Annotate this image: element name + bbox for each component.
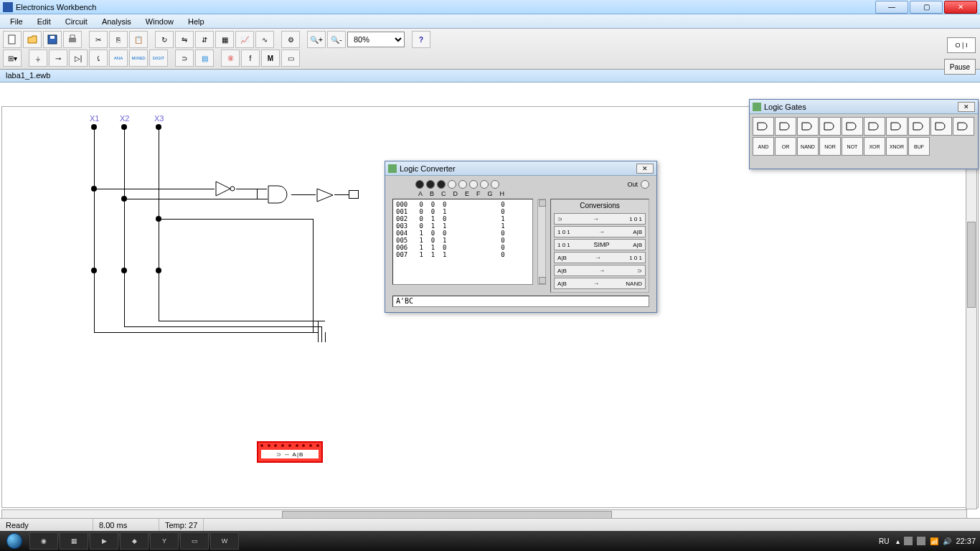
gate-symbol-buf[interactable] [908,117,930,136]
copy-button[interactable]: ⎘ [109,31,128,48]
save-button[interactable] [43,31,62,48]
taskbar-item-5[interactable]: Y [150,532,179,550]
conv-expr-to-circuit[interactable]: A|B→⊃ [554,265,646,276]
logic-gates-titlebar[interactable]: Logic Gates ✕ [750,100,978,114]
gate-symbol-not[interactable] [842,117,863,136]
gate-label-xor[interactable]: XOR [864,137,885,156]
conv-expr-to-nand[interactable]: A|B→NAND [554,278,646,289]
oscilloscope-button[interactable]: ▭ [281,50,300,67]
cut-button[interactable]: ✂ [89,31,108,48]
taskbar-item-6[interactable]: ▭ [180,532,209,550]
subcircuit-button[interactable]: ▦ [215,31,234,48]
expression-field[interactable]: A'BC [392,296,649,307]
gate-label-or[interactable]: OR [775,137,796,156]
conv-table-to-simp-expr[interactable]: 1 0 1SIMPA|B [554,239,646,250]
gate-label-not[interactable]: NOT [842,137,863,156]
svg-rect-3 [69,38,76,42]
logic-converter-component[interactable]: ⊃ ↔ A|B [257,441,323,463]
tray-flag-icon[interactable] [904,537,913,545]
graph-button[interactable]: 📈 [235,31,254,48]
terminal-g[interactable] [480,180,489,189]
gate-symbol-or[interactable] [775,117,796,136]
gate-symbol-xnor[interactable] [886,117,908,136]
terminal-f[interactable] [469,180,478,189]
print-button[interactable] [63,31,82,48]
gate-label-and[interactable]: AND [753,137,774,156]
gate-symbol-tri[interactable] [930,117,952,136]
ground-button[interactable]: ⏚ [29,50,47,67]
tray-volume-icon[interactable]: 🔊 [943,537,951,545]
menu-file[interactable]: File [3,16,30,27]
diode-button[interactable]: ▷| [69,50,88,67]
tray-chevron-icon[interactable]: ▴ [896,537,900,545]
terminal-h[interactable] [491,180,499,189]
close-button[interactable]: ✕ [944,1,977,14]
transistor-button[interactable]: ⤹ [89,50,108,67]
gate-symbol-nand[interactable] [797,117,819,136]
terminal-a[interactable] [415,180,424,189]
open-file-button[interactable] [23,31,42,48]
gate-symbol-xor[interactable] [864,117,885,136]
menu-edit[interactable]: Edit [30,16,58,27]
terminal-d[interactable] [448,180,456,189]
conv-table-to-expr[interactable]: 1 0 1→A|B [554,226,646,237]
tray-network-icon[interactable]: 📶 [930,537,938,545]
start-button[interactable] [0,531,29,551]
taskbar-item-7[interactable]: W [210,532,239,550]
sources-palette-button[interactable]: ⊞▾ [3,50,22,67]
pause-button[interactable]: Pause [944,59,976,75]
zoom-in-button[interactable]: 🔍+ [307,31,326,48]
terminal-b[interactable] [426,180,435,189]
minimize-button[interactable]: — [875,1,908,14]
flip-h-button[interactable]: ⇋ [175,31,194,48]
gate-symbol-and[interactable] [753,117,774,136]
conv-expr-to-table[interactable]: A|B→1 0 1 [554,252,646,263]
new-file-button[interactable] [3,31,22,48]
function-gen-button[interactable]: f [241,50,260,67]
gate-symbol-inv[interactable] [953,117,974,136]
logic-converter-titlebar[interactable]: Logic Converter ✕ [385,161,656,176]
gate-label-nor[interactable]: NOR [819,137,841,156]
terminal-e[interactable] [458,180,467,189]
gate-label-nand[interactable]: NAND [797,137,819,156]
logic-converter-close-button[interactable]: ✕ [636,164,654,174]
taskbar-item-4[interactable]: ◆ [120,532,149,550]
zoom-select[interactable]: 80% [347,32,405,47]
menu-analysis[interactable]: Analysis [95,16,138,27]
gate-label-buf[interactable]: BUF [908,137,930,156]
paste-button[interactable]: 📋 [129,31,148,48]
flip-v-button[interactable]: ⇵ [195,31,214,48]
language-indicator[interactable]: RU [876,537,892,545]
output-label: Out [627,180,649,189]
menu-circuit[interactable]: Circuit [58,16,95,27]
analog-ic-button[interactable]: ANA [109,50,128,67]
indicators-button[interactable]: ▤ [195,50,214,67]
maximize-button[interactable]: ▢ [910,1,943,14]
digital-ic-button[interactable]: DIGIT [149,50,168,67]
logic-gates-close-button[interactable]: ✕ [958,102,975,112]
taskbar-item-3[interactable]: ▶ [90,532,118,550]
tray-battery-icon[interactable] [917,537,925,545]
seven-seg-button[interactable]: ⑧ [221,50,240,67]
truth-table: 000 0 0 0 0 001 0 0 1 0 002 0 1 0 1 003 … [392,199,533,285]
terminal-c[interactable] [437,180,446,189]
multimeter-button[interactable]: M [261,50,280,67]
analysis-button[interactable]: ∿ [255,31,274,48]
help-button[interactable]: ? [412,31,430,48]
component-props-button[interactable]: ⚙ [281,31,300,48]
power-switch[interactable]: O | I [947,37,976,53]
mixed-ic-button[interactable]: MIXED [129,50,148,67]
resistor-button[interactable]: ⊸ [49,50,67,67]
taskbar-item-2[interactable]: ▦ [60,532,88,550]
rotate-button[interactable]: ↻ [155,31,174,48]
gate-symbol-nor[interactable] [819,117,841,136]
menu-help[interactable]: Help [181,16,212,27]
taskbar-clock[interactable]: 22:37 [956,537,976,545]
zoom-out-button[interactable]: 🔍- [327,31,346,48]
conv-circuit-to-table[interactable]: ⊃→1 0 1 [554,213,646,225]
menu-window[interactable]: Window [138,16,181,27]
logic-gates-button[interactable]: ⊃ [175,50,194,67]
taskbar-item-1[interactable]: ◉ [29,532,58,550]
truth-table-scrollbar[interactable] [537,199,546,285]
gate-label-xnor[interactable]: XNOR [886,137,908,156]
